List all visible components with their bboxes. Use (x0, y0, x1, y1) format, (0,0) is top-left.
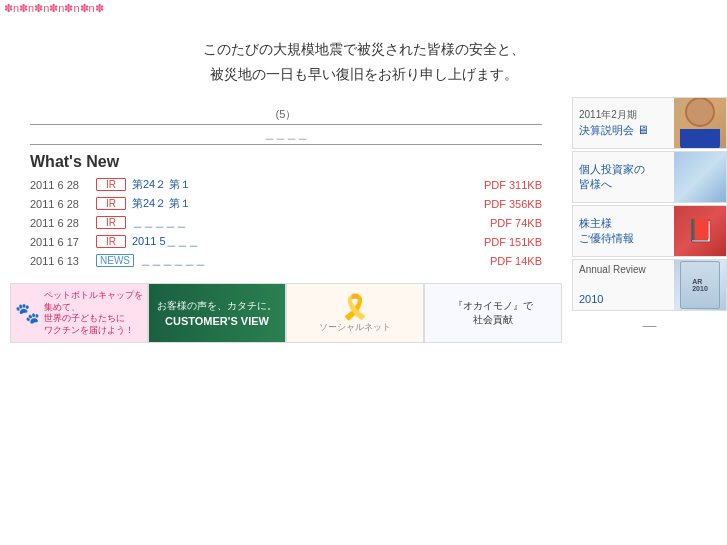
news-list: 2011 6 28IR第24２ 第１PDF 311KB2011 6 28IR第2… (30, 177, 542, 268)
news-pdf: PDF 151KB (462, 236, 542, 248)
news-badge: IR (96, 178, 126, 191)
shareholder-text: 株主様 ご優待情報 (573, 212, 674, 251)
news-title-bar: (5） ＿＿＿＿ (30, 107, 542, 145)
news-date: 2011 6 28 (30, 198, 90, 210)
ribbon-label: ソーシャルネット (319, 321, 391, 334)
sidebar-panel-investor[interactable]: 個人投資家の 皆様へ (572, 151, 727, 203)
news-row: 2011 6 28IR第24２ 第１PDF 311KB (30, 177, 542, 192)
news-date: 2011 6 28 (30, 217, 90, 229)
left-area: (5） ＿＿＿＿ What's New 2011 6 28IR第24２ 第１PD… (0, 97, 572, 343)
social-text: 『オカイモノ』で 社会貢献 (453, 299, 533, 327)
news-date: 2011 6 28 (30, 179, 90, 191)
news-row: 2011 6 28IR第24２ 第１PDF 356KB (30, 196, 542, 211)
kessan-text: 2011年2月期 決算説明会 🖥 (573, 104, 674, 143)
news-pdf: PDF 74KB (462, 217, 542, 229)
banner-ribbon[interactable]: 🎗️ ソーシャルネット (286, 283, 424, 343)
news-text[interactable]: 第24２ 第１ (132, 177, 456, 192)
news-pdf: PDF 14KB (462, 255, 542, 267)
investor-image (674, 151, 726, 203)
whats-new-title: What's New (30, 153, 542, 171)
annual-cover: AR2010 (674, 259, 726, 311)
news-date: 2011 6 13 (30, 255, 90, 267)
sidebar-panel-annual[interactable]: Annual Review 2010 AR2010 (572, 259, 727, 311)
main-message: このたびの大規模地震で被災された皆様の安全と、 被災地の一日も早い復旧をお祈り申… (0, 17, 727, 97)
news-date: 2011 6 17 (30, 236, 90, 248)
news-badge: IR (96, 197, 126, 210)
news-row: 2011 6 28IR＿＿＿＿＿PDF 74KB (30, 215, 542, 230)
message-line1: このたびの大規模地震で被災された皆様の安全と、 (0, 37, 727, 62)
recent-sub: ＿＿＿＿ (30, 127, 542, 145)
news-row: 2011 6 17IR2011 5＿＿＿PDF 151KB (30, 234, 542, 249)
news-text[interactable]: ＿＿＿＿＿ (132, 215, 456, 230)
recent-link[interactable]: (5） (30, 107, 542, 125)
news-pdf: PDF 311KB (462, 179, 542, 191)
annual-text: Annual Review 2010 (573, 259, 674, 311)
content-wrapper: (5） ＿＿＿＿ What's New 2011 6 28IR第24２ 第１PD… (0, 97, 727, 343)
sidebar-panel-kessan[interactable]: 2011年2月期 決算説明会 🖥 (572, 97, 727, 149)
message-line2: 被災地の一日も早い復旧をお祈り申し上げます。 (0, 62, 727, 87)
news-text[interactable]: 第24２ 第１ (132, 196, 456, 211)
pet-icon: 🐾 (15, 301, 40, 325)
news-text[interactable]: 2011 5＿＿＿ (132, 234, 456, 249)
top-decoration: ✽n✽n✽n✽n✽n✽n✽ (0, 0, 727, 17)
news-badge: IR (96, 216, 126, 229)
body (680, 129, 720, 149)
bottom-banners: 🐾 ペットボトルキャップを集めて、 世界の子どもたちに ワクチンを届けよう！ お… (10, 283, 562, 343)
kessan-image (674, 97, 726, 149)
customer-text1: お客様の声を、カタチに。 (157, 299, 277, 312)
customer-text2: CUSTOMER'S VIEW (165, 314, 269, 328)
person-image (674, 97, 726, 149)
family-image (674, 151, 726, 203)
magazine-image: 📕 (674, 205, 726, 257)
news-badge: NEWS (96, 254, 134, 267)
ribbon-icon: 🎗️ (340, 293, 370, 321)
pet-text: ペットボトルキャップを集めて、 世界の子どもたちに ワクチンを届けよう！ (44, 290, 143, 337)
banner-customer[interactable]: お客様の声を、カタチに。 CUSTOMER'S VIEW (148, 283, 286, 343)
face (685, 97, 715, 127)
banner-social[interactable]: 『オカイモノ』で 社会貢献 (424, 283, 562, 343)
news-section: (5） ＿＿＿＿ What's New 2011 6 28IR第24２ 第１PD… (10, 107, 562, 268)
news-pdf: PDF 356KB (462, 198, 542, 210)
news-row: 2011 6 13NEWS＿＿＿＿＿＿PDF 14KB (30, 253, 542, 268)
sidebar-panel-shareholder[interactable]: 株主様 ご優待情報 📕 (572, 205, 727, 257)
right-sidebar: 2011年2月期 決算説明会 🖥 個人投資家の 皆様へ (572, 97, 727, 343)
investor-text: 個人投資家の 皆様へ (573, 158, 674, 197)
news-badge: IR (96, 235, 126, 248)
shareholder-image: 📕 (674, 205, 726, 257)
annual-image: AR2010 (674, 259, 726, 311)
banner-pet[interactable]: 🐾 ペットボトルキャップを集めて、 世界の子どもたちに ワクチンを届けよう！ (10, 283, 148, 343)
news-text[interactable]: ＿＿＿＿＿＿ (140, 253, 456, 268)
sidebar-dash: ― (572, 313, 727, 337)
